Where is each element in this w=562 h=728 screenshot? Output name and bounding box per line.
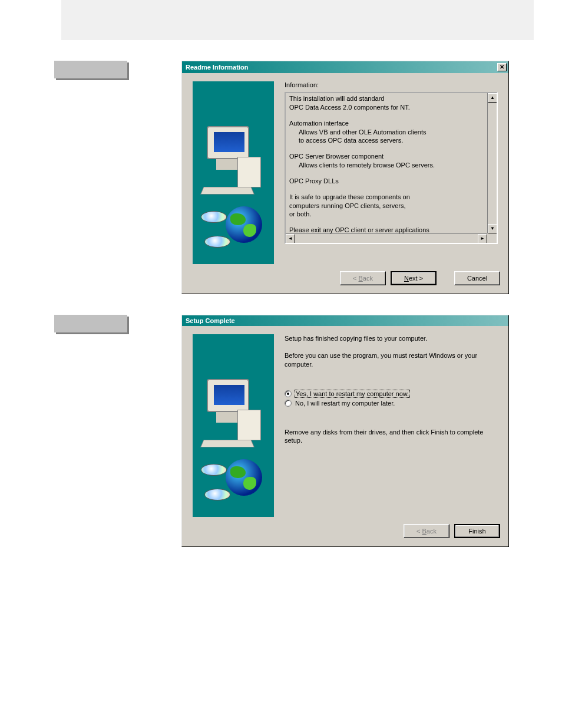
step-label-1 — [54, 61, 127, 78]
cd-icon — [201, 211, 227, 223]
titlebar: Setup Complete — [182, 315, 508, 326]
globe-icon — [226, 206, 262, 243]
vertical-scrollbar[interactable]: ▲ ▼ — [487, 93, 497, 233]
scroll-left-icon[interactable]: ◄ — [286, 234, 295, 243]
next-button[interactable]: Next > — [391, 271, 437, 285]
radio-no-label: No, I will restart my computer later. — [295, 400, 395, 407]
close-button[interactable]: ✕ — [497, 63, 507, 71]
section-readme: Readme Information ✕ Information: This i… — [54, 61, 515, 294]
setup-complete-text: Setup has finished copying files to your… — [285, 334, 498, 343]
restart-radio-group: Yes, I want to restart my computer now. … — [285, 390, 498, 407]
title-text: Setup Complete — [186, 317, 235, 324]
cd-icon — [201, 464, 227, 476]
step-label-2 — [54, 315, 127, 332]
radio-yes-label: Yes, I want to restart my computer now. — [295, 390, 409, 397]
readme-line: or both. — [289, 210, 482, 219]
box-icon — [237, 157, 261, 187]
readme-line: Automation interface — [289, 119, 482, 128]
button-row: < Back Finish — [182, 519, 508, 546]
readme-dialog: Readme Information ✕ Information: This i… — [181, 61, 509, 294]
wizard-graphic — [193, 334, 274, 517]
globe-icon — [226, 459, 262, 496]
scroll-down-icon[interactable]: ▼ — [488, 224, 497, 233]
content-area: Setup has finished copying files to your… — [285, 334, 498, 517]
page-header-band — [61, 0, 534, 40]
readme-line: to access OPC data access servers. — [289, 136, 482, 145]
back-button[interactable]: < Back — [404, 524, 449, 538]
readme-line: It is safe to upgrade these components o… — [289, 193, 482, 202]
readme-line: This installation will add standard — [289, 94, 482, 103]
monitor-icon — [207, 126, 249, 159]
dialog-body: Information: This installation will add … — [182, 73, 508, 266]
finish-button[interactable]: Finish — [454, 524, 500, 538]
scroll-right-icon[interactable]: ► — [478, 234, 487, 243]
readme-line: OPC Proxy DLLs — [289, 177, 482, 186]
button-row: < Back Next > Cancel — [182, 266, 508, 294]
box-icon — [237, 410, 261, 440]
radio-button-icon[interactable] — [285, 390, 292, 397]
complete-dialog: Setup Complete Setup has finished copyin… — [181, 315, 509, 547]
keyboard-icon — [200, 440, 254, 447]
radio-button-icon[interactable] — [285, 400, 292, 407]
dialog-body: Setup has finished copying files to your… — [182, 326, 508, 519]
readme-textbox[interactable]: This installation will add standard OPC … — [285, 92, 498, 244]
keyboard-icon — [200, 187, 254, 195]
finish-instruction-text: Remove any disks from their drives, and … — [285, 428, 498, 446]
titlebar: Readme Information ✕ — [182, 61, 508, 73]
information-label: Information: — [285, 81, 498, 88]
readme-line: OPC Data Access 2.0 components for NT. — [289, 103, 482, 112]
monitor-icon — [207, 379, 249, 412]
readme-line: Allows VB and other OLE Automation clien… — [289, 128, 482, 137]
readme-line: OPC Server Browser component — [289, 152, 482, 161]
cd-icon — [204, 236, 230, 248]
close-icon: ✕ — [500, 64, 504, 70]
title-text: Readme Information — [186, 64, 248, 71]
cd-icon — [204, 489, 230, 500]
back-button[interactable]: < Back — [340, 271, 386, 285]
radio-no-row[interactable]: No, I will restart my computer later. — [285, 400, 498, 407]
readme-line: Allows clients to remotely browse OPC se… — [289, 161, 482, 170]
wizard-graphic — [193, 81, 274, 264]
cancel-button[interactable]: Cancel — [454, 271, 500, 285]
section-complete: Setup Complete Setup has finished copyin… — [54, 315, 515, 547]
restart-instruction-text: Before you can use the program, you must… — [285, 351, 498, 369]
horizontal-scrollbar[interactable]: ◄ ► — [286, 233, 487, 243]
scroll-up-icon[interactable]: ▲ — [488, 93, 497, 103]
content-area: Information: This installation will add … — [285, 81, 498, 264]
readme-line: computers running OPC clients, servers, — [289, 202, 482, 210]
radio-yes-row[interactable]: Yes, I want to restart my computer now. — [285, 390, 498, 397]
